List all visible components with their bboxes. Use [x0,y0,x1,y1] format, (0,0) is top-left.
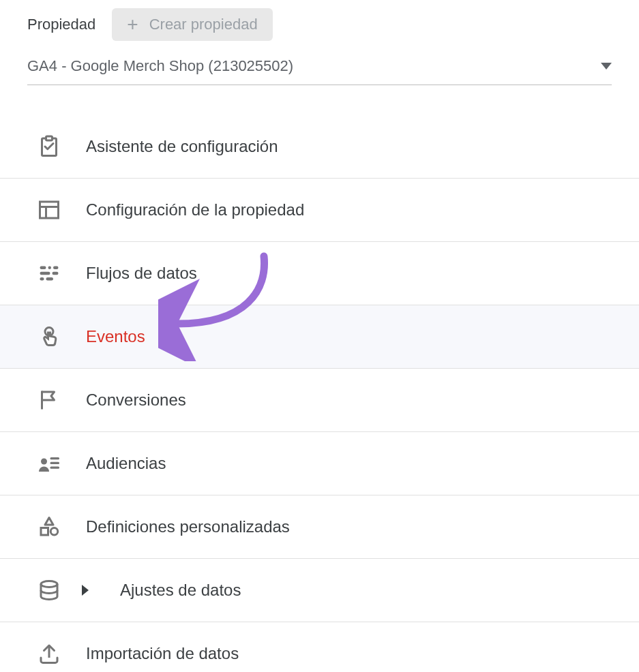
svg-rect-6 [48,266,52,270]
menu-item-label: Audiencias [86,454,166,473]
database-icon [37,578,61,602]
clipboard-check-icon [37,134,61,159]
menu-item-label: Eventos [86,327,145,346]
svg-rect-18 [41,528,48,536]
shapes-icon [37,515,61,539]
menu-item-events[interactable]: Eventos [0,305,639,369]
menu-item-audiences[interactable]: Audiencias [0,432,639,495]
svg-rect-7 [53,266,59,270]
svg-rect-2 [40,202,59,218]
upload-icon [37,641,61,666]
svg-rect-9 [53,272,59,275]
property-header-label: Propiedad [27,16,95,33]
menu-item-label: Asistente de configuración [86,137,278,156]
menu-item-label: Importación de datos [86,644,239,663]
property-menu: Asistente de configuración Configuración… [0,88,639,672]
menu-item-label: Conversiones [86,391,186,410]
svg-point-14 [41,459,47,465]
menu-item-label: Configuración de la propiedad [86,200,304,219]
data-streams-icon [37,261,61,286]
create-property-label: Crear propiedad [149,16,258,33]
svg-rect-5 [40,266,46,270]
svg-rect-16 [50,462,60,464]
audiences-icon [37,451,61,476]
menu-item-custom-definitions[interactable]: Definiciones personalizadas [0,495,639,559]
menu-item-conversions[interactable]: Conversiones [0,369,639,432]
menu-item-label: Flujos de datos [86,264,197,283]
expand-right-icon [82,585,89,596]
menu-item-property-settings[interactable]: Configuración de la propiedad [0,179,639,242]
menu-item-setup-assistant[interactable]: Asistente de configuración [0,115,639,179]
menu-item-label: Definiciones personalizadas [86,517,290,536]
menu-item-data-settings[interactable]: Ajustes de datos [0,559,639,622]
layout-icon [37,198,61,222]
plus-icon: + [127,15,138,34]
create-property-button[interactable]: + Crear propiedad [112,8,272,41]
menu-item-data-streams[interactable]: Flujos de datos [0,242,639,305]
flag-icon [37,388,61,412]
property-name: GA4 - Google Merch Shop (213025502) [27,57,293,75]
svg-point-20 [41,581,57,587]
menu-item-label: Ajustes de datos [120,581,241,600]
caret-down-icon [601,63,612,70]
svg-rect-1 [46,136,53,140]
svg-rect-15 [50,457,60,459]
svg-rect-8 [40,272,50,275]
touch-icon [37,324,61,349]
property-header: Propiedad + Crear propiedad [0,8,639,55]
svg-point-19 [50,528,58,536]
menu-item-data-import[interactable]: Importación de datos [0,622,639,672]
property-selector[interactable]: GA4 - Google Merch Shop (213025502) [27,55,612,85]
svg-rect-11 [46,277,54,281]
svg-rect-17 [50,467,60,469]
svg-rect-10 [40,277,44,281]
